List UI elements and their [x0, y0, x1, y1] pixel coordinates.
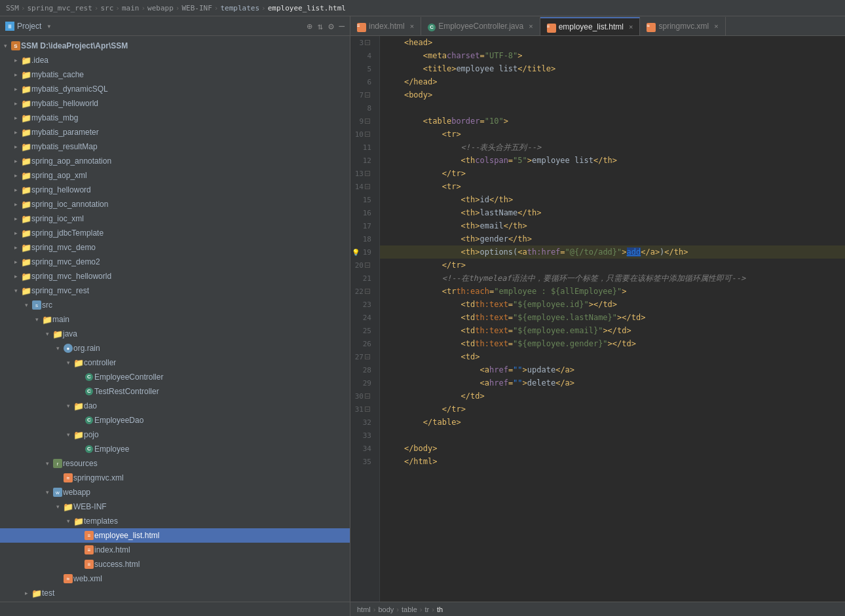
- fold-marker[interactable]: ─: [365, 407, 370, 412]
- tree-item[interactable]: templates: [0, 514, 350, 528]
- tree-arrow[interactable]: [10, 98, 21, 109]
- tree-item[interactable]: mybatis_dynamicSQL: [0, 82, 350, 96]
- tab-close-button[interactable]: ×: [629, 23, 633, 31]
- tree-arrow[interactable]: [10, 285, 21, 296]
- fold-marker[interactable]: ─: [365, 92, 370, 98]
- tree-arrow[interactable]: [42, 487, 52, 498]
- tree-item[interactable]: spring_mvc_demo2: [0, 255, 350, 269]
- add-icon[interactable]: ⊕: [307, 21, 312, 31]
- tree-arrow[interactable]: [73, 530, 84, 541]
- tree-arrow[interactable]: [10, 185, 21, 195]
- tree-arrow[interactable]: [10, 228, 21, 238]
- tree-arrow[interactable]: [42, 458, 52, 469]
- tree-arrow[interactable]: [10, 113, 21, 123]
- bc-templates[interactable]: templates: [220, 4, 259, 12]
- tree-arrow[interactable]: [10, 213, 21, 224]
- tree-arrow[interactable]: [73, 545, 84, 555]
- editor-tab[interactable]: ≡index.html×: [350, 17, 421, 35]
- bc-webinf[interactable]: WEB-INF: [181, 4, 212, 12]
- fold-marker[interactable]: ─: [365, 40, 370, 45]
- tree-item[interactable]: spring_aop_annotation: [0, 154, 350, 168]
- bulb-icon[interactable]: 💡: [352, 249, 360, 256]
- tree-arrow[interactable]: [10, 84, 21, 94]
- tree-item[interactable]: ≡ success.html: [0, 557, 350, 571]
- fold-marker[interactable]: ─: [365, 354, 370, 359]
- eb-table[interactable]: table: [402, 606, 417, 613]
- tree-arrow[interactable]: [10, 271, 21, 281]
- code-content[interactable]: <head> <meta charset="UTF-8"> <title>emp…: [380, 36, 845, 602]
- tree-item[interactable]: .idea: [0, 53, 350, 67]
- eb-body[interactable]: body: [378, 606, 394, 613]
- eb-tr[interactable]: tr: [425, 606, 430, 613]
- tree-item[interactable]: mybatis_helloworld: [0, 96, 350, 111]
- tree-item[interactable]: dao: [0, 399, 350, 413]
- tree-item[interactable]: mybatis_mbg: [0, 111, 350, 125]
- tree-item[interactable]: ≡ index.html: [0, 543, 350, 557]
- tree-arrow[interactable]: [10, 257, 21, 267]
- tree-arrow[interactable]: [52, 501, 63, 512]
- tree-arrow[interactable]: [52, 343, 63, 353]
- tree-arrow[interactable]: [31, 314, 42, 325]
- tree-item[interactable]: mybatis_parameter: [0, 125, 350, 139]
- tree-arrow[interactable]: [52, 473, 63, 483]
- tab-close-button[interactable]: ×: [714, 22, 718, 30]
- bc-spring-mvc-rest[interactable]: spring_mvc_rest: [28, 4, 92, 12]
- tree-item[interactable]: WEB-INF: [0, 499, 350, 514]
- tree-item[interactable]: w webapp: [0, 485, 350, 499]
- tree-arrow[interactable]: [10, 141, 21, 152]
- fold-marker[interactable]: ─: [365, 263, 370, 268]
- tree-item[interactable]: S SSM D:\ideaProject\Apr\SSM: [0, 39, 350, 53]
- tree-item[interactable]: spring_jdbcTemplate: [0, 226, 350, 240]
- tree-item[interactable]: spring_aop_xml: [0, 168, 350, 183]
- tree-arrow[interactable]: [0, 41, 10, 51]
- tree-arrow[interactable]: [10, 199, 21, 209]
- tree-arrow[interactable]: [21, 300, 31, 310]
- eb-th[interactable]: th: [437, 606, 443, 613]
- project-tree[interactable]: S SSM D:\ideaProject\Apr\SSM .idea mybat…: [0, 36, 350, 602]
- tree-arrow[interactable]: [63, 401, 73, 411]
- bc-src[interactable]: src: [100, 4, 113, 12]
- fold-marker[interactable]: ─: [365, 289, 370, 294]
- tree-item[interactable]: spring_helloword: [0, 183, 350, 197]
- tree-item[interactable]: controller: [0, 355, 350, 370]
- tree-item[interactable]: r resources: [0, 456, 350, 471]
- tree-item[interactable]: spring_mvc_helloworld: [0, 269, 350, 283]
- tree-arrow[interactable]: [73, 386, 84, 397]
- tree-item[interactable]: C EmployeeDao: [0, 413, 350, 427]
- tree-item[interactable]: ≈ web.xml: [0, 571, 350, 586]
- tab-close-button[interactable]: ×: [410, 22, 414, 30]
- eb-html[interactable]: html: [357, 606, 371, 613]
- tree-arrow[interactable]: [73, 559, 84, 570]
- tree-item[interactable]: spring_mvc_rest: [0, 283, 350, 298]
- editor-tab[interactable]: CEmployeeController.java×: [421, 17, 540, 35]
- fold-marker[interactable]: ─: [365, 132, 370, 137]
- tab-close-button[interactable]: ×: [529, 22, 533, 30]
- fold-marker[interactable]: ─: [365, 171, 370, 176]
- bc-ssm[interactable]: SSM: [6, 4, 19, 12]
- tree-arrow[interactable]: [10, 55, 21, 65]
- tree-arrow[interactable]: [10, 156, 21, 166]
- tree-arrow[interactable]: [63, 516, 73, 526]
- tree-item[interactable]: ≡ employee_list.html: [0, 528, 350, 543]
- tree-item[interactable]: C EmployeeController: [0, 370, 350, 384]
- bc-webapp[interactable]: webapp: [147, 4, 174, 12]
- collapse-icon[interactable]: ⇅: [318, 21, 323, 31]
- tree-item[interactable]: ≈ springmvc.xml: [0, 471, 350, 485]
- bc-main[interactable]: main: [122, 4, 140, 12]
- tree-item[interactable]: main: [0, 312, 350, 327]
- minimize-icon[interactable]: ─: [339, 21, 345, 31]
- settings-icon[interactable]: ⚙: [328, 21, 333, 31]
- fold-marker[interactable]: ─: [365, 118, 370, 124]
- tree-arrow[interactable]: [73, 444, 84, 454]
- tree-item[interactable]: test: [0, 586, 350, 600]
- tree-item[interactable]: mybatis_resultMap: [0, 139, 350, 154]
- tree-item[interactable]: spring_ioc_xml: [0, 211, 350, 226]
- tree-item[interactable]: pojo: [0, 427, 350, 442]
- tree-item[interactable]: spring_mvc_demo: [0, 240, 350, 255]
- tree-arrow[interactable]: [73, 372, 84, 382]
- tree-arrow[interactable]: [10, 69, 21, 80]
- tree-item[interactable]: java: [0, 327, 350, 341]
- tree-arrow[interactable]: [63, 357, 73, 368]
- editor-tab[interactable]: ≡employee_list.html×: [540, 17, 641, 35]
- tree-arrow[interactable]: [73, 415, 84, 426]
